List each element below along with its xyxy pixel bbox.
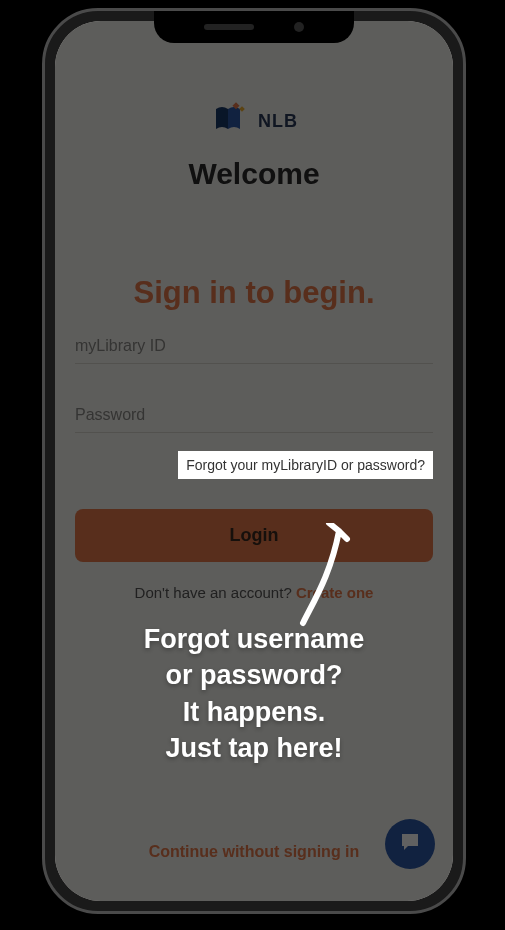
phone-notch: [154, 11, 354, 43]
svg-rect-1: [239, 106, 245, 112]
phone-frame: NLB Welcome Sign in to begin. myLibrary …: [42, 8, 466, 914]
logo-text: NLB: [258, 111, 298, 132]
login-button[interactable]: Login: [75, 509, 433, 562]
username-field[interactable]: myLibrary ID: [75, 337, 433, 364]
chat-button[interactable]: [385, 819, 435, 869]
signin-heading: Sign in to begin.: [75, 275, 433, 311]
no-account-row: Don't have an account? Create one: [75, 584, 433, 601]
forgot-link[interactable]: Forgot your myLibraryID or password?: [178, 451, 433, 479]
username-label: myLibrary ID: [75, 337, 433, 355]
app-logo: NLB: [75, 99, 433, 143]
book-icon: [210, 99, 250, 143]
welcome-heading: Welcome: [75, 157, 433, 191]
screen: NLB Welcome Sign in to begin. myLibrary …: [55, 21, 453, 901]
create-account-link[interactable]: Create one: [296, 584, 374, 601]
password-field[interactable]: Password: [75, 406, 433, 433]
password-label: Password: [75, 406, 433, 424]
chat-icon: [398, 830, 422, 858]
no-account-text: Don't have an account?: [135, 584, 296, 601]
